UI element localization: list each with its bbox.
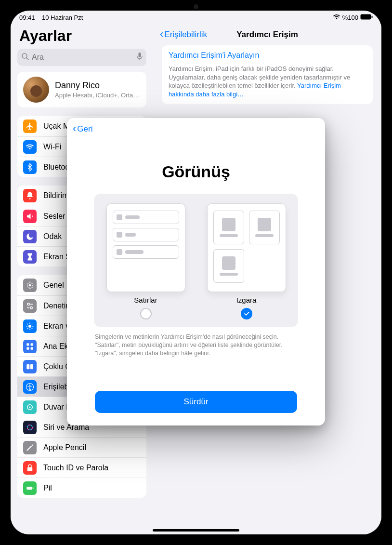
- search-field[interactable]: [17, 49, 146, 66]
- wallpaper-icon: [23, 400, 37, 414]
- svg-rect-32: [27, 467, 33, 471]
- brightness-icon: [23, 319, 37, 333]
- svg-line-18: [27, 328, 28, 329]
- speaker-icon: [23, 210, 37, 223]
- modal-back-button[interactable]: ‹ Geri: [73, 124, 92, 134]
- sidebar-item-label: Odak: [43, 232, 62, 241]
- info-description: Yardımcı Erişim, iPad için farklı bir iP…: [169, 65, 366, 98]
- sidebar-item-label: Apple Pencil: [43, 443, 86, 452]
- airplane-icon: [23, 120, 37, 133]
- multitask-icon: [23, 360, 37, 373]
- battery-icon: [360, 14, 373, 21]
- sidebar-item-apple-pencil[interactable]: Apple Pencil: [17, 437, 146, 457]
- svg-point-9: [30, 306, 33, 309]
- svg-line-16: [27, 323, 28, 324]
- info-box: Yardımcı Erişim'i Ayarlayın Yardımcı Eri…: [162, 45, 373, 104]
- status-date: 10 Haziran Pzt: [42, 14, 83, 21]
- nav-bar: ‹ Erişilebilirlik Yardımcı Erişim: [153, 24, 381, 45]
- chevron-left-icon: ‹: [160, 29, 163, 40]
- accessibility-icon: [23, 380, 37, 394]
- pencil-icon: [23, 441, 37, 454]
- options-card: Satırlar Izgara: [94, 194, 298, 327]
- svg-rect-21: [31, 343, 33, 346]
- bluetooth-icon: [23, 160, 37, 174]
- svg-rect-24: [26, 364, 29, 369]
- apple-id-row[interactable]: Danny Rico Apple Hesabı, iCloud+, Ortaml…: [17, 72, 146, 107]
- status-left: 09:41 10 Haziran Pzt: [19, 14, 83, 21]
- battery-percent: %100: [342, 14, 358, 21]
- svg-point-7: [27, 303, 30, 306]
- svg-line-17: [32, 328, 33, 329]
- svg-rect-25: [30, 364, 33, 369]
- battery-settings-icon: [23, 481, 37, 495]
- svg-point-6: [29, 284, 31, 287]
- sidebar-title: Ayarlar: [11, 24, 153, 49]
- search-icon: [21, 53, 29, 62]
- svg-rect-0: [361, 14, 371, 19]
- svg-rect-34: [33, 487, 34, 489]
- sidebar-item-label: Touch ID ve Parola: [43, 464, 108, 472]
- radio-grid[interactable]: [241, 308, 252, 319]
- nav-back-button[interactable]: ‹ Erişilebilirlik: [160, 29, 207, 40]
- option-grid[interactable]: Izgara: [201, 203, 291, 319]
- bell-icon: [23, 189, 37, 202]
- moon-icon: [23, 230, 37, 243]
- grid-icon: [23, 340, 37, 353]
- sidebar-item-label: Sesler: [43, 212, 65, 221]
- svg-rect-1: [372, 15, 373, 18]
- hourglass-icon: [23, 250, 37, 264]
- gear-icon: [23, 279, 37, 292]
- page-title: Yardımcı Erişim: [236, 30, 298, 40]
- check-icon: [243, 310, 250, 317]
- sidebar-item-label: Wi-Fi: [43, 143, 61, 151]
- device-camera: [194, 4, 198, 9]
- svg-rect-20: [26, 343, 29, 346]
- sidebar-item-label: Pil: [43, 484, 52, 492]
- account-sub: Apple Hesabı, iCloud+, Ortamlar: [55, 92, 141, 99]
- siri-icon: [23, 421, 37, 434]
- sidebar-item-touch-id[interactable]: Touch ID ve Parola: [17, 457, 146, 478]
- nav-back-label: Erişilebilirlik: [164, 30, 207, 40]
- radio-rows[interactable]: [140, 308, 152, 319]
- dictation-icon[interactable]: [137, 52, 143, 63]
- switches-icon: [23, 299, 37, 313]
- modal-back-label: Geri: [77, 124, 92, 134]
- status-right: %100: [333, 14, 373, 21]
- appearance-modal: ‹ Geri Görünüş Satırlar: [67, 118, 325, 425]
- continue-button-label: Sürdür: [183, 397, 208, 407]
- lock-icon: [23, 461, 37, 475]
- modal-title: Görünüş: [67, 162, 325, 181]
- wifi-icon: [333, 14, 340, 21]
- svg-rect-4: [139, 53, 141, 57]
- home-indicator[interactable]: [153, 529, 239, 532]
- status-time: 09:41: [19, 14, 35, 21]
- option-grid-label: Izgara: [236, 296, 257, 304]
- wifi-settings-icon: [23, 140, 37, 154]
- avatar: [23, 77, 49, 103]
- status-bar: 09:41 10 Haziran Pzt %100: [11, 11, 381, 24]
- setup-link[interactable]: Yardımcı Erişim'i Ayarlayın: [169, 51, 366, 60]
- svg-rect-22: [26, 347, 29, 349]
- svg-line-19: [32, 323, 33, 324]
- modal-description: Simgelerin ve metinlerin Yardımcı Erişim…: [95, 333, 297, 358]
- svg-point-29: [29, 406, 31, 408]
- svg-rect-23: [31, 347, 33, 349]
- account-name: Danny Rico: [55, 80, 141, 91]
- option-rows-label: Satırlar: [134, 296, 157, 304]
- svg-line-3: [26, 58, 28, 60]
- search-input[interactable]: [32, 53, 137, 62]
- chevron-left-icon: ‹: [73, 123, 76, 134]
- svg-rect-33: [26, 487, 32, 490]
- option-rows[interactable]: Satırlar: [101, 203, 191, 319]
- sidebar-item-battery[interactable]: Pil: [17, 478, 146, 498]
- sidebar-item-label: Genel: [43, 281, 64, 290]
- preview-grid: [207, 203, 286, 292]
- svg-point-27: [29, 384, 31, 385]
- svg-point-11: [28, 325, 31, 328]
- preview-rows: [106, 203, 185, 292]
- continue-button[interactable]: Sürdür: [95, 391, 297, 413]
